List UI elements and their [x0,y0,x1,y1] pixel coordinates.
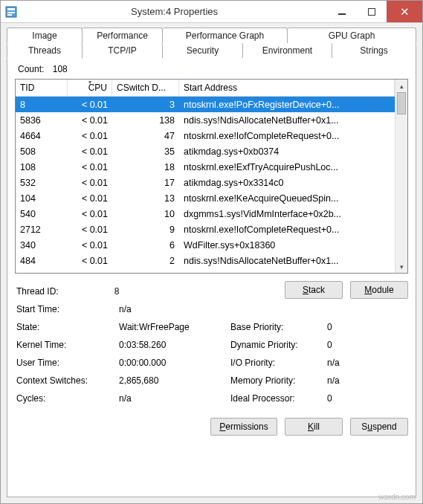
cell-tid: 5836 [16,115,68,126]
label-context-switches: Context Switches: [15,375,119,386]
table-row[interactable]: 532< 0.0117atikmdag.sys+0x3314c0 [16,175,395,190]
close-button[interactable]: ✕ [387,1,422,22]
thread-list[interactable]: TID ▾ CPU CSwitch D... Start Address 8< … [15,79,408,274]
cell-tid: 2712 [16,224,68,235]
label-cycles: Cycles: [15,393,119,404]
table-row[interactable]: 2712< 0.019ntoskrnl.exe!IofCompleteReque… [16,222,395,237]
tab-security[interactable]: Security [163,43,243,58]
tab-image[interactable]: Image [7,28,83,43]
table-row[interactable]: 340< 0.016WdFilter.sys+0x18360 [16,237,395,253]
scroll-up-icon[interactable]: ▴ [395,80,407,92]
tab-performance[interactable]: Performance [83,28,163,43]
value-dynamic-priority: 0 [327,340,408,350]
label-memory-priority: Memory Priority: [230,375,327,386]
table-row[interactable]: 5836< 0.01138ndis.sys!NdisAllocateNetBuf… [16,112,395,128]
cell-cpu: < 0.01 [68,115,112,126]
label-kernel-time: Kernel Time: [15,340,119,350]
value-cycles: n/a [119,393,230,404]
cell-cswitch: 17 [112,178,179,188]
cell-cswitch: 138 [112,115,179,126]
client-area: Image Performance Performance Graph GPU … [1,23,422,503]
table-row[interactable]: 540< 0.0110dxgmms1.sys!VidMmInterface+0x… [16,206,395,222]
label-start-time: Start Time: [15,304,119,314]
cell-cpu: < 0.01 [68,131,112,141]
tab-performance-graph[interactable]: Performance Graph [163,28,288,43]
cell-cswitch: 10 [112,209,179,219]
label-thread-id: Thread ID: [15,286,114,297]
tab-gpu-graph[interactable]: GPU Graph [288,28,416,43]
cell-cpu: < 0.01 [68,162,112,172]
value-memory-priority: n/a [327,375,408,386]
table-row[interactable]: 8< 0.013ntoskrnl.exe!PoFxRegisterDevice+… [16,97,395,112]
cell-tid: 4664 [16,131,68,141]
scroll-down-icon[interactable]: ▾ [395,260,407,273]
tab-threads[interactable]: Threads [7,43,83,59]
cell-cswitch: 2 [112,256,179,266]
cell-start-address: dxgmms1.sys!VidMmInterface+0x2b... [179,209,395,219]
label-dynamic-priority: Dynamic Priority: [230,340,327,350]
svg-rect-1 [7,8,15,10]
table-row[interactable]: 508< 0.0135atikmdag.sys+0xb0374 [16,143,395,159]
col-cswitch[interactable]: CSwitch D... [112,80,179,96]
cell-cswitch: 13 [112,193,179,204]
cell-tid: 484 [16,256,68,266]
properties-window: System:4 Properties ✕ Image Performance … [0,0,423,504]
svg-rect-2 [7,12,15,13]
cell-start-address: ntoskrnl.exe!IofCompleteRequest+0... [179,224,395,235]
cell-start-address: ntoskrnl.exe!PoFxRegisterDevice+0... [179,100,395,110]
label-ideal-processor: Ideal Processor: [230,393,327,404]
svg-rect-5 [369,8,375,15]
cell-cswitch: 18 [112,162,179,172]
scroll-thumb[interactable] [397,92,406,114]
value-state: Wait:WrFreePage [119,322,230,332]
module-button[interactable]: Module [350,281,408,299]
threads-panel: Count: 108 TID ▾ CPU CSwitch D... Start … [7,58,416,497]
tab-strip: Image Performance Performance Graph GPU … [7,28,416,58]
scroll-track[interactable] [395,92,407,260]
cell-cpu: < 0.01 [68,256,112,266]
tab-strings[interactable]: Strings [332,43,416,58]
minimize-icon [338,8,346,16]
col-start-address[interactable]: Start Address [179,80,395,96]
value-io-priority: n/a [327,358,408,368]
permissions-button[interactable]: Permissions [210,418,277,436]
maximize-icon [368,8,375,16]
maximize-button[interactable] [357,1,387,22]
table-row[interactable]: 484< 0.012ndis.sys!NdisAllocateNetBuffer… [16,253,395,268]
cell-start-address: WdFilter.sys+0x18360 [179,240,395,251]
cell-tid: 104 [16,193,68,204]
cell-cpu: < 0.01 [68,240,112,251]
app-icon [5,6,17,18]
cell-cswitch: 3 [112,100,179,110]
cell-start-address: ndis.sys!NdisAllocateNetBuffer+0x1... [179,115,395,126]
cell-tid: 108 [16,162,68,172]
table-row[interactable]: 4664< 0.0147ntoskrnl.exe!IofCompleteRequ… [16,128,395,143]
minimize-button[interactable] [327,1,357,22]
col-cpu[interactable]: ▾ CPU [68,80,112,96]
cell-start-address: ntoskrnl.exe!KeAcquireQueuedSpin... [179,193,395,204]
title-bar[interactable]: System:4 Properties ✕ [1,1,422,23]
thread-detail: Thread ID: 8 Stack Module Start Time: n/… [15,282,408,436]
stack-button[interactable]: Stack [285,281,343,299]
cell-tid: 508 [16,146,68,157]
suspend-button[interactable]: Suspend [350,418,408,436]
col-tid[interactable]: TID [16,80,68,96]
tab-tcpip[interactable]: TCP/IP [83,43,163,58]
cell-tid: 8 [16,100,68,110]
table-row[interactable]: 104< 0.0113ntoskrnl.exe!KeAcquireQueuedS… [16,190,395,206]
cell-cpu: < 0.01 [68,178,112,188]
table-row[interactable]: 108< 0.0118ntoskrnl.exe!ExfTryAcquirePus… [16,159,395,175]
cell-start-address: ntoskrnl.exe!IofCompleteRequest+0... [179,131,395,141]
window-title: System:4 Properties [22,6,327,17]
value-base-priority: 0 [327,322,408,332]
cell-cswitch: 47 [112,131,179,141]
cell-cswitch: 9 [112,224,179,235]
kill-button[interactable]: Kill [285,418,343,436]
cell-cswitch: 6 [112,240,179,251]
cell-start-address: atikmdag.sys+0xb0374 [179,146,395,157]
list-scrollbar[interactable]: ▴ ▾ [395,80,407,273]
thread-count: Count: 108 [18,64,408,74]
tab-environment[interactable]: Environment [243,43,332,58]
count-value: 108 [53,64,68,74]
label-state: State: [15,322,119,332]
